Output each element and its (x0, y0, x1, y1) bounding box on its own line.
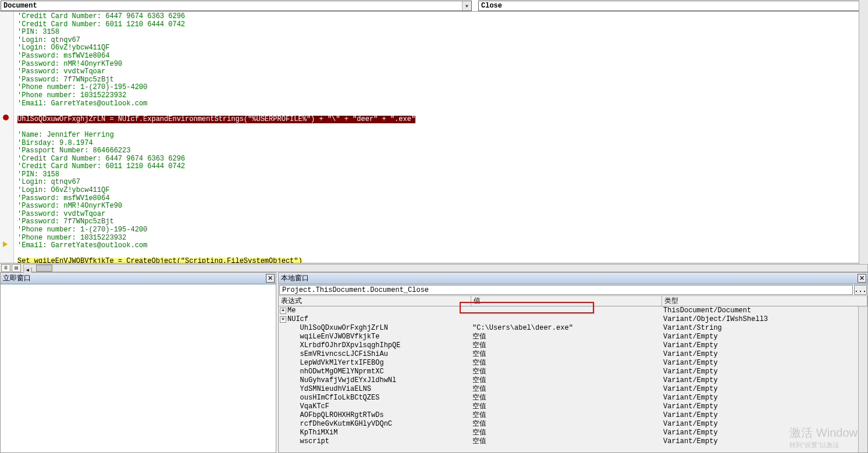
locals-cell-type: Variant/Empty (662, 359, 867, 368)
locals-cell-expression: wqiLeEnVJWOBVfkjkTe (279, 333, 471, 341)
locals-cell-value: 空值 (471, 394, 662, 402)
code-gutter[interactable] (0, 12, 14, 263)
code-line[interactable]: Set wqiLeEnVJWOBVfkjkTe = CreateObject("… (17, 258, 866, 263)
locals-row[interactable]: XLrbdfOJhrDXpvlsqghIhpQE空值Variant/Empty (279, 341, 867, 350)
locals-row[interactable]: nhODwtMgOMElYNprmtXC空值Variant/Empty (279, 368, 867, 376)
locals-cell-value: 空值 (471, 420, 662, 429)
code-line[interactable]: UhlSoQDxuwOrFxghjZrLN = NUIcf.ExpandEnvi… (17, 116, 866, 124)
locals-cell-expression: nhODwtMgOMElYNprmtXC (279, 368, 471, 376)
code-editor[interactable]: 'Credit Card Number: 6447 9674 6363 6296… (0, 12, 868, 263)
locals-cell-expression: XLrbdfOJhrDXpvlsqghIhpQE (279, 341, 471, 350)
locals-cell-type: Variant/Empty (662, 350, 867, 359)
close-icon[interactable]: ✕ (266, 274, 275, 283)
code-line[interactable] (17, 250, 866, 258)
locals-row[interactable]: NuGyhvafjVwjdEYxJldhwNl空值Variant/Empty (279, 376, 867, 385)
code-vertical-scrollbar[interactable] (859, 12, 868, 263)
locals-row[interactable]: rcfDheGvKutmKGHlyVDQnC空值Variant/Empty (279, 420, 867, 429)
breakpoint-icon[interactable] (3, 115, 9, 120)
locals-row[interactable]: LepWdVkMlYertxIFEBOg空值Variant/Empty (279, 359, 867, 368)
locals-row[interactable]: wqiLeEnVJWOBVfkjkTe空值Variant/Empty (279, 333, 867, 341)
code-line[interactable]: 'Password: 7f7WNpc5zBjt (17, 76, 866, 84)
locals-header-value[interactable]: 值 (471, 296, 662, 306)
locals-cell-expression: AOFbpQLROHXHRgtRTwDs (279, 411, 471, 420)
code-line[interactable]: 'Credit Card Number: 6447 9674 6363 6296 (17, 13, 866, 21)
code-line[interactable]: 'Phone number: 1-(270)-195-4200 (17, 226, 866, 234)
locals-row[interactable]: wscript空值Variant/Empty (279, 437, 867, 446)
locals-row[interactable]: UhlSoQDxuwOrFxghjZrLN"C:\Users\abel\deer… (279, 324, 867, 333)
locals-context-input[interactable]: Project.ThisDocument.Document_Close (279, 285, 853, 295)
full-module-view-button[interactable]: ▤ (12, 264, 21, 272)
locals-row[interactable]: VqaKTcF空值Variant/Empty (279, 402, 867, 411)
code-view-footer: ≣ ▤ ◄ (0, 263, 868, 272)
tree-expander-icon[interactable]: + (280, 308, 286, 314)
code-line[interactable]: 'Credit Card Number: 6011 1210 6444 0742 (17, 163, 866, 171)
code-line[interactable]: 'PIN: 3158 (17, 28, 866, 37)
immediate-window-body[interactable] (1, 284, 276, 452)
code-line[interactable]: 'Name: Jennifer Herring (17, 131, 866, 140)
locals-cell-type: Variant/Empty (662, 437, 867, 446)
locals-header-expression[interactable]: 表达式 (279, 296, 471, 306)
code-line[interactable]: 'Password: msfWV1e8064 (17, 195, 866, 203)
code-line[interactable]: 'Phone number: 10315223932 (17, 92, 866, 100)
locals-cell-expression: +Me (279, 306, 471, 315)
code-line[interactable]: 'Email: GarretYates@outlook.com (17, 242, 866, 250)
code-line[interactable]: 'Password: 7f7WNpc5zBjt (17, 218, 866, 226)
code-line[interactable]: 'Password: nMR!4OnyrKTe90 (17, 202, 866, 211)
locals-row[interactable]: AOFbpQLROHXHRgtRTwDs空值Variant/Empty (279, 411, 867, 420)
code-line[interactable] (17, 108, 866, 116)
locals-cell-expression: sEmVRivncscLJCFiShiAu (279, 350, 471, 359)
locals-row[interactable]: KpThiMXiM空值Variant/Empty (279, 429, 867, 437)
locals-body[interactable]: +MeThisDocument/Document+NUIcfVariant/Ob… (279, 306, 867, 450)
code-body[interactable]: 'Credit Card Number: 6447 9674 6363 6296… (14, 12, 868, 263)
code-line[interactable]: 'Credit Card Number: 6011 1210 6444 0742 (17, 21, 866, 29)
locals-cell-value: 空值 (471, 368, 662, 376)
close-icon[interactable]: ✕ (858, 274, 866, 283)
locals-context-more-button[interactable]: ... (854, 285, 867, 295)
locals-window-title[interactable]: 本地窗口 ✕ (279, 273, 867, 284)
code-line[interactable]: 'Credit Card Number: 6447 9674 6363 6296 (17, 155, 866, 163)
code-line[interactable]: 'Login: O6vZ!ybcw411QF (17, 44, 866, 52)
chevron-down-icon[interactable]: ▼ (462, 1, 471, 10)
procedure-dropdown[interactable]: Close ▼ (478, 1, 867, 11)
locals-cell-value (471, 306, 662, 315)
object-dropdown[interactable]: Document ▼ (1, 1, 472, 11)
code-line[interactable]: 'Password: vvdtwTqoar (17, 68, 866, 76)
code-line[interactable] (17, 123, 866, 131)
tree-expander-icon[interactable]: + (280, 316, 286, 323)
locals-cell-type: Variant/Empty (662, 385, 867, 394)
current-line-arrow-icon (3, 241, 8, 247)
locals-cell-type: Variant/Empty (662, 333, 867, 341)
code-line[interactable]: 'PIN: 3158 (17, 171, 866, 179)
locals-cell-expression: ousHImCfIoLkBCtQZES (279, 394, 471, 402)
procedure-view-button[interactable]: ≣ (1, 264, 10, 272)
locals-cell-value: 空值 (471, 333, 662, 341)
code-line[interactable]: 'Login: qtnqv67 (17, 37, 866, 45)
object-proc-bar: Document ▼ Close ▼ (0, 0, 868, 12)
code-line[interactable]: 'Email: GarretYates@outlook.com (17, 100, 866, 108)
locals-row[interactable]: +MeThisDocument/Document (279, 306, 867, 315)
locals-cell-expression: LepWdVkMlYertxIFEBOg (279, 359, 471, 368)
locals-cell-expression: wscript (279, 437, 471, 446)
locals-cell-value: 空值 (471, 402, 662, 411)
locals-row[interactable]: ousHImCfIoLkBCtQZES空值Variant/Empty (279, 394, 867, 402)
code-line[interactable]: 'Password: vvdtwTqoar (17, 211, 866, 219)
code-line[interactable]: 'Passport Number: 864666223 (17, 147, 866, 155)
locals-cell-type: Variant/Empty (662, 368, 867, 376)
code-line[interactable]: 'Birsday: 9.8.1974 (17, 140, 866, 148)
code-horizontal-scrollbar[interactable]: ◄ (23, 264, 868, 272)
locals-cell-type: ThisDocument/Document (662, 306, 867, 315)
code-line[interactable]: 'Phone number: 10315223932 (17, 234, 866, 242)
locals-vertical-scrollbar[interactable] (858, 306, 867, 452)
code-line[interactable]: 'Phone number: 1-(270)-195-4200 (17, 84, 866, 92)
locals-cell-expression: YdSMNieudhViaELNS (279, 385, 471, 394)
code-line[interactable]: 'Password: nMR!4OnyrKTe90 (17, 60, 866, 69)
code-line[interactable]: 'Password: msfWV1e8064 (17, 52, 866, 60)
locals-row[interactable]: +NUIcfVariant/Object/IWshShell3 (279, 315, 867, 324)
scroll-thumb[interactable] (36, 265, 52, 272)
locals-row[interactable]: YdSMNieudhViaELNS空值Variant/Empty (279, 385, 867, 394)
code-line[interactable]: 'Login: qtnqv67 (17, 179, 866, 187)
immediate-window-title[interactable]: 立即窗口 ✕ (1, 273, 276, 284)
locals-header-type[interactable]: 类型 (662, 296, 867, 306)
locals-row[interactable]: sEmVRivncscLJCFiShiAu空值Variant/Empty (279, 350, 867, 359)
code-line[interactable]: 'Login: O6vZ!ybcw411QF (17, 187, 866, 195)
